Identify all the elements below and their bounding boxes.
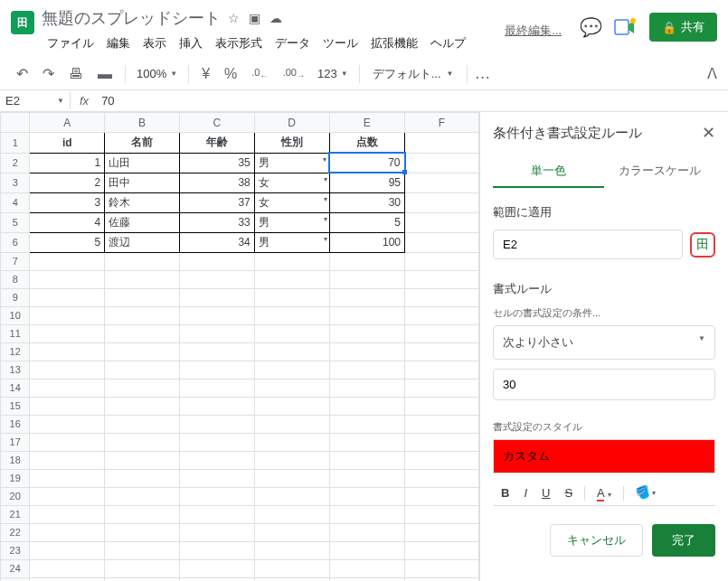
paint-icon[interactable]: ▬ bbox=[92, 62, 118, 86]
row-header[interactable]: 24 bbox=[1, 559, 30, 577]
svg-rect-0 bbox=[615, 20, 629, 34]
row-header[interactable]: 10 bbox=[1, 306, 30, 324]
apply-to-label: 範囲に適用 bbox=[493, 204, 715, 220]
menu-format[interactable]: 表示形式 bbox=[210, 33, 268, 54]
toolbar-expand-up-icon[interactable]: ᐱ bbox=[707, 65, 717, 82]
row-header[interactable]: 21 bbox=[1, 505, 30, 523]
sidebar-title: 条件付き書式設定ルール bbox=[493, 125, 642, 142]
done-button[interactable]: 完了 bbox=[652, 524, 715, 557]
row-header[interactable]: 13 bbox=[1, 361, 30, 379]
row-header[interactable]: 4 bbox=[1, 192, 30, 212]
dec-increase-button[interactable]: .00→ bbox=[278, 63, 310, 84]
tab-color-scale[interactable]: カラースケール bbox=[604, 155, 715, 188]
menu-data[interactable]: データ bbox=[269, 33, 316, 54]
fill-color-button[interactable]: 🪣▾ bbox=[633, 484, 658, 501]
row-header[interactable]: 18 bbox=[1, 451, 30, 469]
condition-value-input[interactable] bbox=[493, 369, 715, 400]
style-label: 書式設定のスタイル bbox=[493, 420, 715, 434]
row-header[interactable]: 12 bbox=[1, 342, 30, 361]
row-header[interactable]: 6 bbox=[1, 232, 30, 252]
range-input[interactable] bbox=[493, 230, 683, 259]
row-header[interactable]: 9 bbox=[1, 288, 30, 306]
meet-icon[interactable] bbox=[613, 17, 638, 37]
row-header[interactable]: 5 bbox=[1, 212, 30, 232]
cloud-icon[interactable]: ☁ bbox=[269, 11, 282, 25]
row-header[interactable]: 11 bbox=[1, 324, 30, 342]
star-icon[interactable]: ☆ bbox=[228, 11, 240, 25]
menu-view[interactable]: 表示 bbox=[137, 33, 172, 54]
row-header[interactable]: 20 bbox=[1, 487, 30, 505]
col-header[interactable]: F bbox=[405, 113, 479, 133]
font-select[interactable]: デフォルト... ▼ bbox=[367, 64, 459, 84]
row-header[interactable]: 25 bbox=[1, 577, 30, 581]
row-header[interactable]: 2 bbox=[1, 153, 30, 173]
underline-button[interactable]: U bbox=[539, 484, 553, 501]
col-header[interactable]: B bbox=[105, 113, 180, 133]
menu-edit[interactable]: 編集 bbox=[101, 33, 136, 54]
menu-help[interactable]: ヘルプ bbox=[425, 33, 471, 54]
row-header[interactable]: 14 bbox=[1, 379, 30, 397]
fx-icon[interactable]: fx bbox=[71, 94, 98, 108]
svg-point-1 bbox=[630, 18, 636, 23]
print-icon[interactable]: 🖶 bbox=[63, 62, 89, 86]
last-edit-link[interactable]: 最終編集... bbox=[505, 23, 562, 39]
row-header[interactable]: 3 bbox=[1, 173, 30, 192]
number-format-select[interactable]: 123 ▼ bbox=[314, 65, 352, 82]
rule-title: 書式ルール bbox=[493, 281, 715, 297]
select-range-icon[interactable]: 田 bbox=[690, 232, 715, 258]
close-icon[interactable]: ✕ bbox=[702, 123, 715, 143]
row-header[interactable]: 17 bbox=[1, 433, 30, 451]
row-header[interactable]: 19 bbox=[1, 469, 30, 487]
row-header[interactable]: 16 bbox=[1, 415, 30, 433]
currency-button[interactable]: ¥ bbox=[196, 62, 215, 86]
row-header[interactable]: 23 bbox=[1, 541, 30, 559]
menu-file[interactable]: ファイル bbox=[42, 33, 99, 54]
menu-tools[interactable]: ツール bbox=[317, 33, 364, 54]
formula-value[interactable]: 70 bbox=[98, 94, 118, 108]
tab-single-color[interactable]: 単一色 bbox=[493, 155, 604, 188]
condition-label: セルの書式設定の条件... bbox=[493, 306, 715, 320]
comment-icon[interactable]: 💬 bbox=[580, 16, 602, 38]
col-header[interactable]: D bbox=[254, 113, 329, 133]
bold-button[interactable]: B bbox=[498, 484, 512, 501]
redo-icon[interactable]: ↷ bbox=[37, 61, 60, 86]
undo-icon[interactable]: ↶ bbox=[11, 61, 33, 86]
toolbar-more-icon[interactable]: … bbox=[475, 64, 491, 83]
dec-decrease-button[interactable]: .0← bbox=[246, 63, 273, 84]
col-header[interactable]: C bbox=[179, 113, 254, 133]
zoom-select[interactable]: 100% ▼ bbox=[133, 65, 181, 82]
col-header[interactable]: E bbox=[329, 113, 404, 133]
condition-select[interactable]: 次より小さい▼ bbox=[493, 325, 715, 360]
text-color-button[interactable]: A ▾ bbox=[594, 484, 614, 501]
row-header[interactable]: 8 bbox=[1, 270, 30, 288]
row-header[interactable]: 7 bbox=[1, 252, 30, 270]
row-header[interactable]: 1 bbox=[1, 133, 30, 154]
menu-extensions[interactable]: 拡張機能 bbox=[365, 33, 423, 54]
col-header[interactable]: A bbox=[30, 113, 105, 133]
move-icon[interactable]: ▣ bbox=[249, 11, 260, 25]
cancel-button[interactable]: キャンセル bbox=[550, 524, 643, 557]
menu-insert[interactable]: 挿入 bbox=[174, 33, 208, 54]
row-header[interactable]: 15 bbox=[1, 397, 30, 415]
row-header[interactable]: 22 bbox=[1, 523, 30, 541]
toolbar: ↶ ↷ 🖶 ▬ 100% ▼ ¥ % .0← .00→ 123 ▼ デフォルト.… bbox=[0, 58, 728, 90]
italic-button[interactable]: I bbox=[521, 484, 530, 501]
share-button[interactable]: 🔒 共有 bbox=[649, 13, 717, 42]
percent-button[interactable]: % bbox=[219, 62, 242, 86]
style-preview[interactable]: カスタム bbox=[493, 439, 715, 473]
name-box[interactable]: E2▼ bbox=[0, 92, 71, 109]
col-header[interactable] bbox=[1, 113, 30, 133]
sheets-logo-icon[interactable]: 田 bbox=[11, 11, 34, 34]
document-title[interactable]: 無題のスプレッドシート bbox=[42, 7, 221, 29]
strikethrough-button[interactable]: S bbox=[562, 484, 575, 501]
